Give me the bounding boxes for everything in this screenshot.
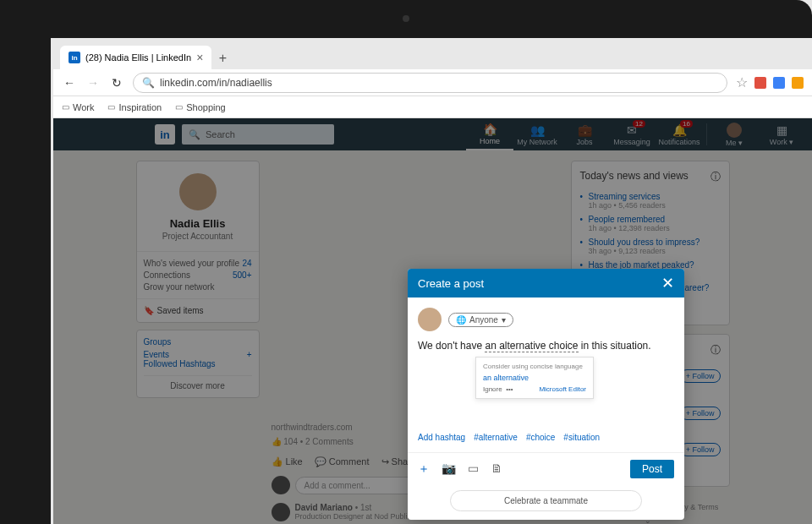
browser-window: in (28) Nadia Ellis | LinkedIn × + ← → ↻… <box>53 41 812 524</box>
bookmark-item[interactable]: Work <box>62 102 94 112</box>
laptop-bezel <box>0 0 812 38</box>
forward-button[interactable]: → <box>85 75 101 90</box>
back-button[interactable]: ← <box>62 75 77 90</box>
extension-icon[interactable] <box>792 77 804 89</box>
compose-avatar <box>418 308 442 331</box>
tab-close-icon[interactable]: × <box>196 51 203 64</box>
url-actions: ☆ <box>736 74 804 90</box>
refresh-button[interactable]: ↻ <box>109 75 124 90</box>
modal-title: Create a post <box>418 277 484 290</box>
search-icon: 🔍 <box>142 77 155 89</box>
editor-brand[interactable]: Microsoft Editor <box>539 385 586 393</box>
hashtag-chip[interactable]: #choice <box>526 433 555 442</box>
linkedin-favicon: in <box>69 52 80 63</box>
hashtag-suggestions: Add hashtag #alternative #choice #situat… <box>418 433 674 442</box>
post-button[interactable]: Post <box>630 460 674 478</box>
editor-suggestion-span[interactable]: an alternative choice <box>485 340 578 352</box>
bookmarks-bar: Work Inspiration Shopping <box>53 96 812 118</box>
editor-replacement[interactable]: an alternative <box>483 374 586 382</box>
extension-icon[interactable] <box>754 77 766 89</box>
camera-icon[interactable]: 📷 <box>442 461 456 477</box>
tab-title: (28) Nadia Ellis | LinkedIn <box>85 52 191 63</box>
editor-ignore[interactable]: Ignore <box>483 385 502 393</box>
visibility-dropdown[interactable]: 🌐 Anyone ▾ <box>448 313 513 327</box>
url-bar: ← → ↻ 🔍 linkedin.com/in/nadiaellis ☆ <box>53 69 812 96</box>
page-content: in 🔍 Search 🏠Home 👥My Network 💼Jobs 12✉M… <box>53 118 812 524</box>
hashtag-chip[interactable]: #alternative <box>474 433 518 442</box>
video-icon[interactable]: ▭ <box>468 461 479 477</box>
document-icon[interactable]: 🗎 <box>491 461 502 477</box>
add-hashtag[interactable]: Add hashtag <box>418 433 465 442</box>
laptop-bezel-left <box>0 0 51 524</box>
bookmark-item[interactable]: Shopping <box>175 102 226 112</box>
tab-strip: in (28) Nadia Ellis | LinkedIn × + <box>53 41 812 69</box>
new-tab-button[interactable]: + <box>211 47 233 69</box>
url-text: linkedin.com/in/nadiaellis <box>160 77 272 89</box>
compose-textarea[interactable]: We don't have an alternative choice in t… <box>418 340 674 352</box>
hashtag-chip[interactable]: #situation <box>563 433 600 442</box>
browser-tab[interactable]: in (28) Nadia Ellis | LinkedIn × <box>60 46 211 69</box>
bookmark-item[interactable]: Inspiration <box>107 102 162 112</box>
editor-hint: Consider using concise language <box>483 363 586 370</box>
editor-popup: Consider using concise language an alter… <box>475 357 594 399</box>
close-icon[interactable]: ✕ <box>661 274 674 292</box>
create-post-modal: Create a post ✕ 🌐 Anyone ▾ We don't have… <box>408 269 684 520</box>
address-bar[interactable]: 🔍 linkedin.com/in/nadiaellis <box>133 73 727 93</box>
plus-icon[interactable]: ＋ <box>418 461 430 477</box>
favorite-icon[interactable]: ☆ <box>736 74 748 90</box>
extension-icon[interactable] <box>773 77 785 89</box>
modal-footer: ＋ 📷 ▭ 🗎 Post <box>408 452 684 485</box>
editor-more[interactable]: ••• <box>506 385 513 393</box>
celebrate-teammate[interactable]: Celebrate a teammate <box>450 490 642 511</box>
modal-header: Create a post ✕ <box>408 269 684 297</box>
